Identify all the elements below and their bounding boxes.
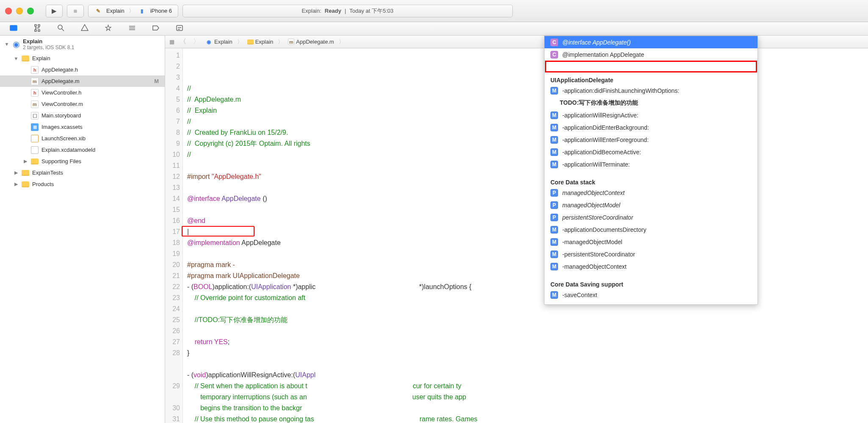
folder-icon	[247, 39, 254, 45]
popup-item-label: -applicationWillEnterForeground:	[562, 136, 649, 143]
minimize-icon[interactable]	[16, 8, 23, 14]
file-row[interactable]: LaunchScreen.xib	[0, 133, 165, 144]
popup-item[interactable]: M-saveContext	[545, 289, 757, 301]
popup-item[interactable]: M-persistentStoreCoordinator	[545, 248, 757, 260]
popup-item-label: managedObjectContext	[562, 189, 625, 196]
project-navigator: ▼ ◉ Explain 2 targets, iOS SDK 8.1 ▼Expl…	[0, 36, 165, 423]
method-icon: M	[550, 226, 558, 234]
popup-section-header: UIApplicationDelegate	[545, 72, 757, 84]
file-row[interactable]: ▶Supporting Files	[0, 156, 165, 167]
file-icon	[30, 134, 39, 143]
file-label: Explain.xcdatamodeld	[41, 147, 95, 153]
scheme-selector[interactable]: ✎ Explain 〉 ▮ iPhone 6	[88, 5, 178, 17]
disclosure-icon[interactable]: ▼	[14, 56, 19, 61]
disclosure-icon[interactable]: ▼	[4, 42, 9, 47]
file-label: ViewController.h	[41, 89, 81, 96]
popup-item[interactable]: PpersistentStoreCoordinator	[545, 211, 757, 223]
svg-rect-4	[38, 30, 40, 31]
popup-item[interactable]: PmanagedObjectContext	[545, 186, 757, 199]
window-controls	[5, 8, 34, 14]
popup-item[interactable]: M-applicationWillResignActive:	[545, 109, 757, 121]
navigator-tabs	[0, 22, 868, 36]
method-icon: M	[550, 291, 558, 299]
symbol-popup[interactable]: C@interface AppDelegate()C@implementatio…	[544, 36, 758, 305]
file-row[interactable]: ◻Main.storyboard	[0, 110, 165, 121]
popup-item[interactable]: M-application:didFinishLaunchingWithOpti…	[545, 84, 757, 97]
popup-item-label: -persistentStoreCoordinator	[562, 251, 635, 258]
popup-item[interactable]: M-managedObjectModel	[545, 236, 757, 248]
test-nav-icon[interactable]	[104, 24, 113, 33]
popup-item-label: -applicationDidEnterBackground:	[562, 124, 649, 131]
file-row[interactable]: Explain.xcdatamodeld	[0, 144, 165, 156]
method-icon: M	[550, 161, 558, 168]
property-icon: P	[550, 189, 558, 197]
popup-item[interactable]: M-managedObjectContext	[545, 260, 757, 273]
file-row[interactable]: ▶Products	[0, 178, 165, 190]
method-icon: M	[550, 111, 558, 119]
project-nav-icon[interactable]	[9, 24, 18, 33]
disclosure-icon[interactable]: ▶	[14, 181, 19, 187]
scm-status: M	[154, 78, 159, 84]
breakpoint-nav-icon[interactable]	[152, 24, 160, 33]
symbol-nav-icon[interactable]	[33, 24, 41, 33]
scheme-separator: 〉	[129, 7, 134, 15]
stop-button[interactable]: ■	[67, 5, 84, 17]
zoom-icon[interactable]	[27, 8, 34, 14]
popup-item[interactable]: C@implementation AppDelegate	[545, 48, 757, 61]
popup-item-label: -saveContext	[562, 292, 597, 298]
file-row[interactable]: hViewController.h	[0, 87, 165, 98]
popup-item[interactable]: PmanagedObjectModel	[545, 199, 757, 211]
file-row[interactable]: ▦Images.xcassets	[0, 121, 165, 133]
report-nav-icon[interactable]	[175, 24, 184, 33]
disclosure-icon[interactable]: ▶	[23, 159, 28, 164]
back-button[interactable]: 〈	[178, 37, 188, 46]
scheme-device: iPhone 6	[150, 8, 172, 14]
file-label: Main.storyboard	[41, 112, 81, 119]
related-items-icon[interactable]: ▦	[169, 39, 174, 45]
file-row[interactable]: hAppDelegate.h	[0, 64, 165, 75]
popup-item-label: -application:didFinishLaunchingWithOptio…	[562, 87, 679, 94]
crumb-group[interactable]: Explain	[247, 39, 274, 45]
project-root[interactable]: ▼ ◉ Explain 2 targets, iOS SDK 8.1	[0, 36, 165, 53]
popup-item[interactable]: M-applicationDidBecomeActive:	[545, 146, 757, 158]
popup-item[interactable]: C@interface AppDelegate()	[545, 36, 757, 48]
method-icon: M	[550, 263, 558, 270]
class-icon: C	[550, 39, 558, 46]
issue-nav-icon[interactable]	[80, 24, 89, 33]
line-gutter: 1234567891011121314151617181920212223242…	[165, 48, 183, 423]
debug-nav-icon[interactable]	[128, 24, 136, 33]
popup-item[interactable]: M-applicationWillTerminate:	[545, 158, 757, 170]
file-icon	[21, 169, 30, 177]
popup-item[interactable]: M-applicationWillEnterForeground:	[545, 134, 757, 146]
crumb-project[interactable]: ◉ Explain	[205, 38, 232, 46]
method-icon: M	[550, 87, 558, 95]
file-icon: h	[30, 66, 39, 74]
forward-button[interactable]: 〉	[191, 37, 202, 46]
file-icon	[21, 54, 30, 63]
code-text[interactable]: //// AppDelegate.m// Explain//// Created…	[183, 48, 868, 423]
method-icon: M	[550, 124, 558, 131]
crumb-file[interactable]: m AppDelegate.m	[288, 39, 334, 45]
status-prefix: Explain:	[302, 8, 321, 14]
popup-item[interactable]: M-applicationDidEnterBackground:	[545, 121, 757, 134]
find-nav-icon[interactable]	[57, 24, 65, 33]
scheme-app: Explain	[106, 8, 124, 14]
activity-viewer: Explain: Ready | Today at 下午5:03	[182, 5, 513, 17]
file-row[interactable]: ▶ExplainTests	[0, 167, 165, 178]
file-row[interactable]: mAppDelegate.mM	[0, 75, 165, 87]
property-icon: P	[550, 214, 558, 221]
file-row[interactable]: ▼Explain	[0, 53, 165, 64]
run-button[interactable]: ▶	[46, 5, 63, 17]
popup-item[interactable]: M-applicationDocumentsDirectory	[545, 223, 757, 236]
disclosure-icon[interactable]: ▶	[14, 170, 19, 175]
method-icon: M	[550, 148, 558, 156]
project-icon: ◉	[12, 40, 20, 48]
file-label: ViewController.m	[41, 101, 83, 107]
close-icon[interactable]	[5, 8, 12, 14]
file-row[interactable]: mViewController.m	[0, 98, 165, 110]
code-editor[interactable]: 1234567891011121314151617181920212223242…	[165, 48, 868, 423]
method-icon: M	[550, 136, 558, 144]
highlight-annotation	[545, 61, 757, 72]
file-label: Explain	[32, 55, 50, 61]
file-icon: h	[30, 89, 39, 97]
